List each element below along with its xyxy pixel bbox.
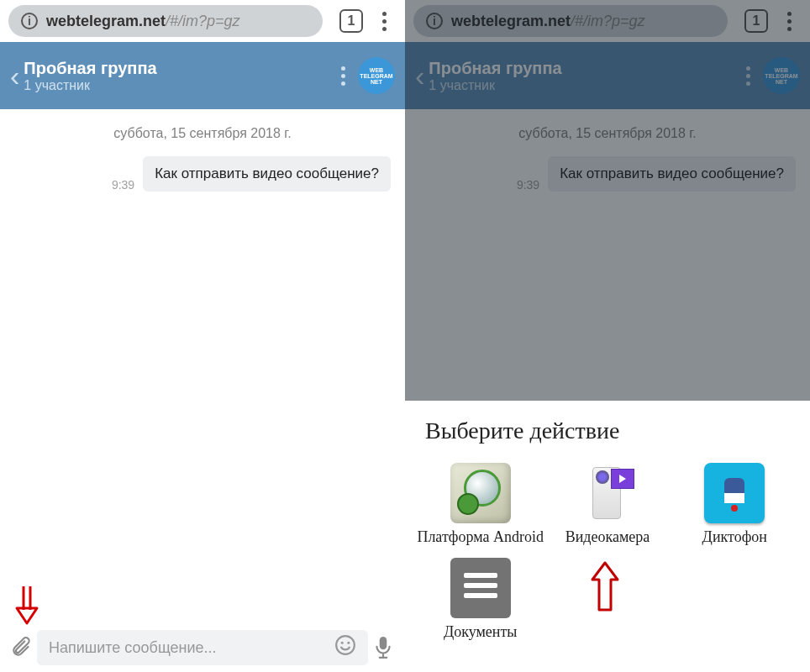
action-sheet: Выберите действие Платформа Android Виде… (405, 401, 810, 672)
chat-header[interactable]: ‹ Пробная группа 1 участник WEB TELEGRAM… (0, 42, 405, 109)
svg-point-0 (336, 636, 355, 654)
message-time: 9:39 (112, 178, 134, 192)
message-bubble[interactable]: Как отправить видео сообщение? (143, 156, 391, 192)
chat-title: Пробная группа (429, 59, 746, 78)
chat-title: Пробная группа (24, 59, 341, 78)
chat-title-block[interactable]: Пробная группа 1 участник (429, 59, 746, 93)
left-screenshot: i webtelegram.net/#/im?p=gz 1 ‹ Пробная … (0, 0, 405, 672)
chat-header[interactable]: ‹ Пробная группа 1 участник WEB TELEGRAM… (405, 42, 810, 109)
chat-subtitle: 1 участник (24, 78, 341, 93)
url-path: /#/im?p=gz (166, 13, 240, 30)
message-bubble[interactable]: Как отправить видео сообщение? (548, 156, 796, 192)
action-grid: Платформа Android Видеокамера Диктофон Д… (417, 463, 798, 654)
message-input[interactable]: Напишите сообщение... (37, 630, 368, 665)
action-videocamera[interactable]: Видеокамера (544, 463, 671, 546)
message-list: суббота, 15 сентября 2018 г. 9:39 Как от… (0, 109, 405, 202)
browser-menu-icon[interactable] (371, 12, 397, 31)
videocamera-icon (577, 463, 638, 523)
mic-icon[interactable] (368, 636, 398, 659)
svg-rect-3 (380, 637, 387, 649)
action-label: Документы (444, 623, 518, 641)
action-documents[interactable]: Документы (417, 558, 544, 641)
browser-menu-icon[interactable] (776, 12, 802, 31)
arrow-annotation-down-icon (12, 585, 42, 628)
input-bar: Напишите сообщение... (0, 623, 405, 672)
action-label: Платформа Android (417, 528, 544, 546)
tab-count-button[interactable]: 1 (744, 9, 768, 33)
info-icon[interactable]: i (426, 13, 443, 29)
message-row: 9:39 Как отправить видео сообщение? (415, 156, 800, 192)
address-bar[interactable]: i webtelegram.net/#/im?p=gz (413, 5, 728, 37)
browser-bar: i webtelegram.net/#/im?p=gz 1 (0, 0, 405, 42)
address-bar[interactable]: i webtelegram.net/#/im?p=gz (8, 5, 323, 37)
group-avatar[interactable]: WEB TELEGRAM NET (763, 57, 800, 94)
message-row: 9:39 Как отправить видео сообщение? (10, 156, 395, 192)
dictaphone-icon (704, 463, 765, 523)
url-path: /#/im?p=gz (571, 13, 645, 30)
url-domain: webtelegram.net (451, 13, 571, 30)
back-icon[interactable]: ‹ (415, 60, 424, 92)
action-label: Видеокамера (565, 528, 650, 546)
action-android[interactable]: Платформа Android (417, 463, 544, 546)
arrow-annotation-up-icon (586, 559, 624, 613)
chat-menu-icon[interactable] (341, 66, 345, 86)
back-icon[interactable]: ‹ (10, 60, 19, 92)
info-icon[interactable]: i (21, 13, 38, 29)
emoji-icon[interactable] (334, 634, 356, 661)
action-dictaphone[interactable]: Диктофон (671, 463, 798, 546)
browser-bar: i webtelegram.net/#/im?p=gz 1 (405, 0, 810, 42)
message-time: 9:39 (517, 178, 539, 192)
chat-subtitle: 1 участник (429, 78, 746, 93)
tab-count-button[interactable]: 1 (339, 9, 363, 33)
svg-point-2 (347, 642, 350, 644)
right-screenshot: i webtelegram.net/#/im?p=gz 1 ‹ Пробная … (405, 0, 810, 672)
url-domain: webtelegram.net (46, 13, 166, 30)
chat-title-block[interactable]: Пробная группа 1 участник (24, 59, 341, 93)
svg-point-1 (341, 642, 344, 644)
group-avatar[interactable]: WEB TELEGRAM NET (358, 57, 395, 94)
input-placeholder: Напишите сообщение... (49, 639, 217, 657)
message-list: суббота, 15 сентября 2018 г. 9:39 Как от… (405, 109, 810, 202)
attach-icon[interactable] (7, 635, 37, 660)
chat-menu-icon[interactable] (746, 66, 750, 86)
android-icon (450, 463, 511, 523)
document-icon (450, 558, 511, 618)
action-label: Диктофон (702, 528, 767, 546)
date-separator: суббота, 15 сентября 2018 г. (10, 119, 395, 148)
sheet-title: Выберите действие (417, 417, 798, 444)
date-separator: суббота, 15 сентября 2018 г. (415, 119, 800, 148)
